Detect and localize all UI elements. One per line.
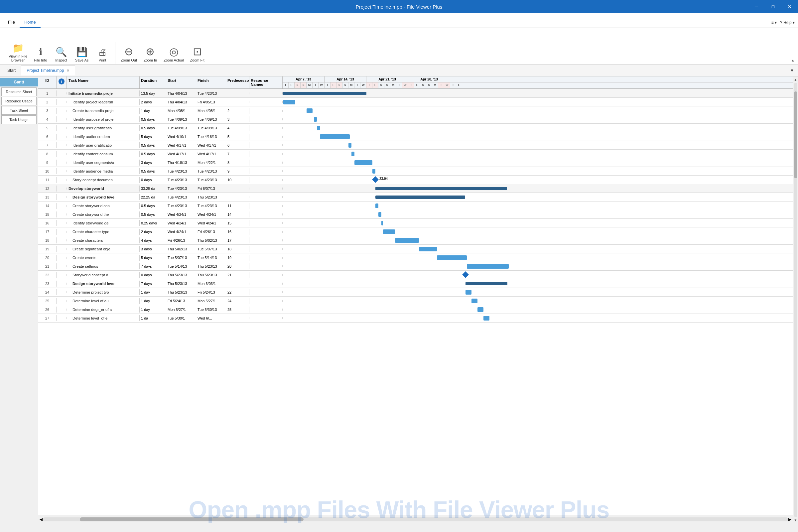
gantt-bar-task-13 <box>375 204 378 208</box>
file-info-btn[interactable]: ℹ File Info <box>31 46 51 64</box>
table-row[interactable]: 26 Determine degr_er of a 1 day Mon 5/27… <box>38 305 793 314</box>
table-row[interactable]: 27 Determine level_of e 1 da Tue 5/30/1 … <box>38 314 793 323</box>
cell-info-14 <box>57 213 66 215</box>
zoom-actual-btn[interactable]: ◎ Zoom Actual <box>161 45 187 64</box>
table-row[interactable]: 13 Design storyworld leve 22.25 da Tue 4… <box>38 193 793 202</box>
resource-sheet-btn[interactable]: Resource Sheet <box>1 88 37 96</box>
zoom-out-btn[interactable]: ⊖ Zoom Out <box>118 45 140 64</box>
table-row[interactable]: 17 Create character type 2 days Wed 4/24… <box>38 227 793 236</box>
cell-start-2: Mon 4/08/1 <box>166 108 196 114</box>
zoom-in-btn[interactable]: ⊕ Zoom In <box>140 45 160 64</box>
scroll-right-btn[interactable]: ▶ <box>788 517 791 522</box>
scrollbar-track[interactable] <box>42 517 788 521</box>
table-row[interactable]: 11 Story concept documen 0 days Tue 4/23… <box>38 175 793 184</box>
gantt-bar-summary-0 <box>283 92 366 95</box>
table-row[interactable]: 18 Create characters 4 days Fri 4/26/13 … <box>38 236 793 245</box>
v-scroll-thumb <box>794 92 797 178</box>
table-row[interactable]: 12 Develop storyworld 33.25 da Tue 4/23/… <box>38 184 793 193</box>
cell-finish-10: Tue 4/23/13 <box>196 177 226 183</box>
table-row[interactable]: 21 Create settings 7 days Tue 5/14/13 Th… <box>38 262 793 271</box>
close-btn[interactable]: ✕ <box>781 0 798 13</box>
cell-start-14: Wed 4/24/1 <box>166 211 196 217</box>
tab-close-btn[interactable]: ✕ <box>66 69 70 73</box>
cell-pred-8: 8 <box>226 159 249 166</box>
cell-task-20: Create settings <box>66 263 140 269</box>
gantt-bar-task-19 <box>437 255 467 260</box>
table-row[interactable]: 7 Identify user gratificatio 0.5 days We… <box>38 141 793 150</box>
table-row[interactable]: 6 Identify audience dem 5 days Wed 4/10/… <box>38 132 793 141</box>
table-row[interactable]: 20 Create events 5 days Tue 5/07/13 Tue … <box>38 253 793 262</box>
tab-dropdown-btn[interactable]: ▾ <box>788 66 796 75</box>
table-row[interactable]: 19 Create significant obje 3 days Thu 5/… <box>38 245 793 253</box>
cell-dur-19: 5 days <box>140 255 166 261</box>
save-as-btn[interactable]: 💾 Save As <box>72 46 92 64</box>
cell-chart-7 <box>283 150 793 158</box>
v-scroll-track[interactable] <box>794 83 797 517</box>
table-row[interactable]: 16 Identify storyworld ge 0.25 days Wed … <box>38 219 793 227</box>
cell-chart-4 <box>283 124 793 132</box>
day-label-19: T <box>396 82 402 88</box>
cell-dur-18: 3 days <box>140 246 166 252</box>
table-row[interactable]: 22 Storyworld concept d 0 days Thu 5/23/… <box>38 271 793 279</box>
maximize-btn[interactable]: □ <box>765 0 781 13</box>
inspect-btn[interactable]: 🔍 Inspect <box>51 46 71 64</box>
cell-id-6: 7 <box>38 142 57 148</box>
v-scroll-up-btn[interactable]: ▲ <box>793 77 798 82</box>
table-row[interactable]: 10 Identify audience media 0.5 days Tue … <box>38 167 793 175</box>
day-label-14: T <box>366 82 373 88</box>
week-apr14: Apr 14, '13 <box>324 76 366 82</box>
cell-task-17: Create characters <box>66 238 140 243</box>
menu-home[interactable]: Home <box>20 17 41 28</box>
table-row[interactable]: 14 Create storyworld con 0.5 days Tue 4/… <box>38 202 793 210</box>
cell-task-8: Identify user segments/a <box>66 159 140 166</box>
view-in-file-browser-btn[interactable]: 📁 View in FileBrowser <box>6 42 30 64</box>
gantt-label[interactable]: Gantt <box>0 78 38 87</box>
table-row[interactable]: 2 Identify project leadersh 2 days Thu 4… <box>38 98 793 107</box>
ribbon-collapse-btn[interactable]: ≡ ▾ <box>772 20 777 25</box>
day-label-25: M <box>432 82 438 88</box>
table-row[interactable]: 4 Identify purpose of proje 0.5 days Tue… <box>38 115 793 124</box>
cell-dur-13: 0.5 days <box>140 203 166 209</box>
table-row[interactable]: 8 Identify content consum 0.5 days Wed 4… <box>38 150 793 158</box>
resource-usage-btn[interactable]: Resource Usage <box>1 97 37 106</box>
view-file-browser-label: View in FileBrowser <box>8 54 27 62</box>
cell-id-19: 20 <box>38 255 57 261</box>
gantt-bar-task-24 <box>472 299 477 303</box>
cell-start-10: Tue 4/23/13 <box>166 177 196 183</box>
task-sheet-btn[interactable]: Task Sheet <box>1 106 37 115</box>
task-usage-btn[interactable]: Task Usage <box>1 115 37 124</box>
cell-dur-10: 0 days <box>140 177 166 183</box>
info-icon: i <box>58 78 64 84</box>
zoom-out-icon: ⊖ <box>125 46 133 57</box>
cell-res-26 <box>249 317 283 319</box>
table-row[interactable]: 5 Identify user gratificatio 0.5 days Tu… <box>38 124 793 132</box>
print-btn[interactable]: 🖨 Print <box>92 46 112 64</box>
cell-pred-23: 22 <box>226 289 249 295</box>
v-scroll-down-btn[interactable]: ▼ <box>793 518 798 523</box>
cell-chart-10: 23.04 <box>283 175 793 184</box>
table-row[interactable]: 3 Create transmedia proje 1 day Mon 4/08… <box>38 107 793 115</box>
tab-start[interactable]: Start <box>2 65 21 75</box>
scroll-left-btn[interactable]: ◀ <box>40 517 42 522</box>
menu-file[interactable]: File <box>3 17 20 28</box>
help-btn[interactable]: ? Help ▾ <box>780 20 795 25</box>
cell-info-20 <box>57 265 66 267</box>
tab-file[interactable]: Project Timeline.mpp ✕ <box>21 65 75 75</box>
table-row[interactable]: 25 Determine level of au 1 day Fri 5/24/… <box>38 297 793 305</box>
table-row[interactable]: 15 Create storyworld the 0.5 days Wed 4/… <box>38 210 793 219</box>
cell-chart-22 <box>283 279 793 288</box>
header-start: Start <box>166 76 196 89</box>
cell-chart-1 <box>283 98 793 107</box>
cell-id-14: 15 <box>38 211 57 217</box>
zoom-fit-btn[interactable]: ⊡ Zoom Fit <box>187 45 207 64</box>
table-row[interactable]: 1 Initiate transmedia proje 13.5 day Thu… <box>38 89 793 98</box>
cell-info-11 <box>57 188 66 190</box>
minimize-btn[interactable]: ─ <box>748 0 765 13</box>
ribbon-collapse-arrow[interactable]: ▲ <box>791 58 795 62</box>
cell-dur-6: 0.5 days <box>140 142 166 148</box>
table-row[interactable]: 24 Determine project typ 1 day Thu 5/23/… <box>38 288 793 297</box>
cell-info-25 <box>57 308 66 310</box>
table-row[interactable]: 23 Design storyworld leve 7 days Thu 5/2… <box>38 279 793 288</box>
table-row[interactable]: 9 Identify user segments/a 3 days Thu 4/… <box>38 158 793 167</box>
cell-id-18: 19 <box>38 246 57 252</box>
